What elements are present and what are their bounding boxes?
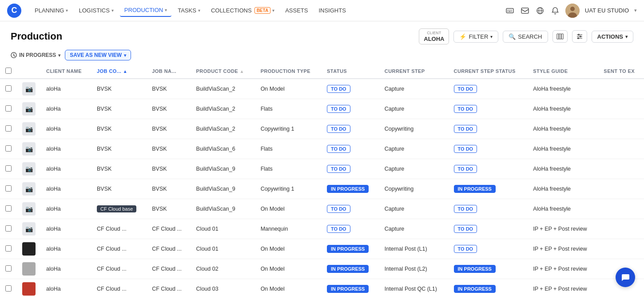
row-checkbox[interactable]	[5, 225, 12, 232]
cell-style-guide: AloHa freestyle	[528, 119, 598, 139]
cell-current-step-status: TO DO	[449, 79, 528, 99]
product-thumbnail	[22, 262, 36, 276]
svg-rect-10	[521, 8, 529, 13]
cell-current-step-status: IN PROGRESS	[449, 179, 528, 199]
table-row: 📷aloHaCF Cloud baseBVSKBuildViaScan_9On …	[0, 199, 644, 219]
cell-style-guide: AloHa freestyle	[528, 79, 598, 99]
current-step-status-badge: TO DO	[454, 245, 477, 253]
svg-point-15	[570, 7, 575, 11]
nav-collections[interactable]: COLLECTIONS BETA ▾	[207, 4, 279, 16]
filter-button[interactable]: ⚡ FILTER ▾	[453, 31, 498, 43]
nav-planning[interactable]: PLANNING ▾	[30, 4, 72, 16]
row-checkbox[interactable]	[5, 265, 12, 272]
cell-job-code: CF Cloud base	[91, 199, 147, 219]
top-navigation: C PLANNING ▾ LOGISTICS ▾ PRODUCTION ▾ TA…	[0, 0, 644, 21]
nav-assets[interactable]: ASSETS	[281, 4, 312, 16]
current-step-status-badge: TO DO	[454, 105, 477, 113]
cell-production-type: Flats	[255, 139, 322, 159]
nav-production[interactable]: PRODUCTION ▾	[120, 4, 171, 17]
row-checkbox[interactable]	[5, 285, 12, 292]
client-badge: CLIENT ALOHA	[419, 28, 449, 44]
current-step-status-badge: IN PROGRESS	[454, 285, 496, 293]
cell-production-type: On Model	[255, 279, 322, 296]
chevron-down-icon: ▾	[490, 34, 493, 39]
sub-toolbar: IN PROGRESS ▾ SAVE AS NEW VIEW ▾	[0, 48, 644, 64]
camera-icon: 📷	[25, 205, 33, 212]
status-badge: TO DO	[327, 85, 350, 93]
current-step-status-badge: TO DO	[454, 145, 477, 153]
svg-point-21	[578, 34, 580, 36]
camera-icon: 📷	[25, 225, 33, 232]
nav-logistics[interactable]: LOGISTICS ▾	[74, 4, 118, 16]
page-title: Production	[11, 31, 62, 42]
cell-current-step-status: TO DO	[449, 139, 528, 159]
product-thumbnail: 📷	[22, 162, 36, 176]
table-row: aloHaCF Cloud ...CF Cloud ...Cloud 01On …	[0, 239, 644, 259]
cell-job-code: BVSK	[91, 179, 147, 199]
page-header: Production CLIENT ALOHA ⚡ FILTER ▾ 🔍 SEA…	[0, 21, 644, 48]
row-checkbox[interactable]	[5, 105, 12, 112]
row-checkbox[interactable]	[5, 245, 12, 252]
row-checkbox[interactable]	[5, 125, 12, 132]
cell-current-step: Internal Post QC (L1)	[379, 279, 449, 296]
status-badge: TO DO	[327, 125, 350, 133]
chat-button[interactable]	[616, 268, 635, 287]
columns-button[interactable]	[553, 30, 568, 43]
col-product-code[interactable]: PRODUCT CODE ▲	[191, 64, 255, 79]
cell-sent-to-ex	[598, 79, 644, 99]
cell-current-step-status: TO DO	[449, 99, 528, 119]
cell-status: TO DO	[322, 159, 379, 179]
table-header-row: CLIENT NAME JOB CO... ▲ JOB NA... PRODUC…	[0, 64, 644, 79]
cell-current-step: Capture	[379, 79, 449, 99]
col-style-guide: STYLE GUIDE	[528, 64, 598, 79]
table-row: 📷aloHaBVSKBVSKBuildViaScan_2Copywriting …	[0, 119, 644, 139]
cell-current-step: Capture	[379, 219, 449, 239]
nav-insights[interactable]: INSIGHTS	[314, 4, 350, 16]
row-checkbox[interactable]	[5, 85, 12, 92]
user-chevron-icon[interactable]: ▾	[634, 8, 637, 13]
cell-style-guide: AloHa freestyle	[528, 139, 598, 159]
cell-style-guide: IP + EP + Post review	[528, 219, 598, 239]
progress-filter[interactable]: IN PROGRESS ▾	[11, 52, 60, 58]
row-checkbox[interactable]	[5, 165, 12, 172]
row-checkbox[interactable]	[5, 205, 12, 212]
row-checkbox[interactable]	[5, 185, 12, 192]
actions-button[interactable]: ACTIONS ▾	[592, 31, 634, 43]
table-row: 📷aloHaCF Cloud ...CF Cloud ...Cloud 01Ma…	[0, 219, 644, 239]
cell-current-step-status: TO DO	[449, 159, 528, 179]
status-badge: TO DO	[327, 165, 350, 173]
cell-product-code: BuildViaScan_2	[191, 99, 255, 119]
svg-rect-2	[506, 8, 513, 13]
camera-icon: 📷	[25, 145, 33, 152]
col-job-code[interactable]: JOB CO... ▲	[91, 64, 147, 79]
row-checkbox[interactable]	[5, 145, 12, 152]
cell-product-code: BuildViaScan_2	[191, 79, 255, 99]
keyboard-icon[interactable]	[505, 6, 515, 16]
nav-tasks[interactable]: TASKS ▾	[173, 4, 205, 16]
select-all-checkbox[interactable]	[5, 68, 12, 74]
search-button[interactable]: 🔍 SEARCH	[503, 31, 548, 43]
table-row: 📷aloHaBVSKBVSKBuildViaScan_6FlatsTO DOCa…	[0, 139, 644, 159]
cell-client-name: aloHa	[41, 119, 91, 139]
cell-current-step: Capture	[379, 139, 449, 159]
mail-icon[interactable]	[520, 6, 530, 16]
cell-style-guide: IP + EP + Post review	[528, 239, 598, 259]
cell-sent-to-ex	[598, 159, 644, 179]
cell-current-step-status: TO DO	[449, 119, 528, 139]
production-table: CLIENT NAME JOB CO... ▲ JOB NA... PRODUC…	[0, 64, 644, 296]
cell-sent-to-ex	[598, 139, 644, 159]
user-label[interactable]: UAT EU STUDIO	[585, 7, 629, 14]
table-row: 📷aloHaBVSKBVSKBuildViaScan_9Copywriting …	[0, 179, 644, 199]
cell-production-type: Copywriting 1	[255, 119, 322, 139]
avatar[interactable]	[565, 4, 580, 18]
globe-icon[interactable]	[535, 6, 545, 16]
save-view-button[interactable]: SAVE AS NEW VIEW ▾	[65, 50, 131, 60]
col-thumb	[17, 64, 41, 79]
col-status: STATUS	[322, 64, 379, 79]
sliders-button[interactable]	[572, 30, 587, 43]
app-logo[interactable]: C	[7, 4, 21, 18]
col-job-name: JOB NA...	[147, 64, 191, 79]
cell-status: TO DO	[322, 139, 379, 159]
cell-client-name: aloHa	[41, 159, 91, 179]
bell-icon[interactable]	[550, 6, 560, 16]
